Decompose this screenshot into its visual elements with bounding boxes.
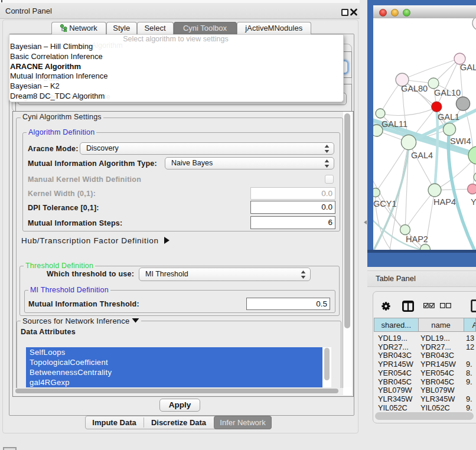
svg-text:GAL10: GAL10 xyxy=(434,88,461,97)
svg-text:HAP4: HAP4 xyxy=(433,197,456,207)
svg-text:GCY1: GCY1 xyxy=(373,199,397,208)
svg-text:GAL2: GAL2 xyxy=(460,63,476,72)
svg-text:GAL11: GAL11 xyxy=(382,119,407,129)
svg-text:GAL80: GAL80 xyxy=(401,84,428,93)
svg-text:SWI4: SWI4 xyxy=(450,136,471,146)
svg-text:YJ: YJ xyxy=(471,197,476,207)
svg-text:GAL4: GAL4 xyxy=(411,151,433,160)
svg-text:GAL1: GAL1 xyxy=(438,112,459,122)
svg-text:HAP2: HAP2 xyxy=(406,234,428,244)
